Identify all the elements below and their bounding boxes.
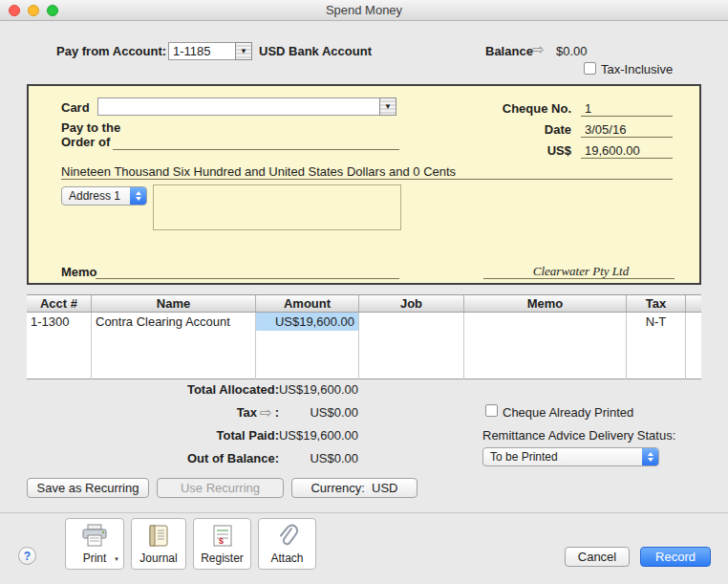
col-header-tax[interactable]: Tax — [627, 295, 686, 312]
zoom-button[interactable] — [47, 5, 58, 16]
table-header-row: Acct # Name Amount Job Memo Tax — [27, 295, 701, 313]
cell-job[interactable] — [359, 313, 464, 331]
account-name-label: USD Bank Account — [259, 44, 372, 58]
print-label: Print — [83, 552, 107, 565]
memo-label: Memo — [61, 265, 97, 279]
cheque-no-underline — [581, 116, 673, 117]
journal-label: Journal — [139, 552, 177, 565]
address-select[interactable]: Address 1 — [61, 186, 147, 205]
col-header-spacer — [686, 295, 701, 312]
out-of-balance-value: US$0.00 — [233, 451, 358, 465]
pay-from-account-input[interactable]: 1-1185 — [168, 42, 236, 60]
signature-underline — [483, 278, 674, 279]
pay-to-label: Pay to the Order of — [61, 120, 122, 149]
popup-stepper-icon — [642, 448, 658, 465]
balance-label: Balance — [485, 44, 533, 58]
col-header-amount[interactable]: Amount — [256, 295, 359, 312]
date-label: Date — [476, 122, 571, 137]
dropdown-arrow-icon: ▼ — [240, 47, 247, 55]
total-allocated-value: US$19,600.00 — [233, 382, 358, 397]
cell-name[interactable]: Contra Clearing Account — [92, 313, 256, 331]
pay-from-account-label: Pay from Account: — [56, 44, 166, 58]
total-paid-value: US$19,600.00 — [233, 428, 358, 443]
amount-in-words: Nineteen Thousand Six Hundred and United… — [61, 164, 456, 179]
help-icon: ? — [24, 550, 31, 563]
cheque-already-printed-label: Cheque Already Printed — [503, 405, 633, 420]
popup-stepper-icon — [130, 187, 146, 205]
register-button[interactable]: $ Register — [193, 518, 251, 570]
window-title: Spend Money — [0, 0, 728, 21]
journal-icon — [146, 524, 171, 552]
col-header-memo[interactable]: Memo — [464, 295, 627, 312]
remittance-status-value: To be Printed — [483, 448, 642, 465]
currency-button[interactable]: Currency: USD — [291, 478, 418, 498]
register-label: Register — [201, 552, 244, 565]
minimize-button[interactable] — [28, 5, 39, 16]
attach-label: Attach — [270, 552, 303, 565]
remittance-status-select[interactable]: To be Printed — [482, 447, 659, 466]
table-row[interactable]: 1-1300 Contra Clearing Account US$19,600… — [27, 313, 701, 331]
record-button[interactable]: Record — [640, 547, 711, 567]
address-textarea[interactable] — [153, 184, 401, 230]
use-recurring-button[interactable]: Use Recurring — [157, 478, 284, 498]
printer-icon — [80, 524, 109, 552]
register-icon: $ — [210, 524, 235, 552]
remittance-status-label: Remittance Advice Delivery Status: — [482, 428, 675, 443]
spend-money-window: Spend Money Pay from Account: 1-1185 ▼ U… — [0, 0, 728, 584]
address-select-value: Address 1 — [62, 187, 130, 205]
cell-tax[interactable]: N-T — [627, 313, 686, 331]
cheque-amount-value[interactable]: 19,600.00 — [585, 143, 640, 158]
paperclip-icon — [275, 524, 300, 552]
titlebar: Spend Money — [0, 0, 728, 21]
close-button[interactable] — [9, 5, 20, 16]
payee-signature: Clearwater Pty Ltd — [487, 264, 674, 279]
tax-total-value: US$0.00 — [233, 405, 358, 420]
payee-field[interactable] — [113, 149, 399, 150]
print-button[interactable]: Print ▼ — [65, 518, 124, 570]
currency-symbol-label: US$ — [476, 143, 571, 158]
save-as-recurring-button[interactable]: Save as Recurring — [27, 478, 149, 498]
cell-spacer — [686, 313, 701, 331]
account-dropdown-button[interactable]: ▼ — [235, 42, 252, 60]
attach-button[interactable]: Attach — [258, 518, 316, 570]
tax-inclusive-label: Tax-Inclusive — [601, 62, 673, 76]
card-dropdown-button[interactable]: ▼ — [379, 97, 396, 116]
cheque-no-label: Cheque No. — [476, 101, 571, 116]
cell-memo[interactable] — [464, 313, 627, 331]
print-menu-arrow-icon: ▼ — [114, 556, 119, 562]
balance-detail-arrow-icon[interactable]: ⇨ — [532, 42, 545, 56]
help-button[interactable]: ? — [18, 547, 36, 565]
footer-divider — [0, 512, 728, 513]
col-header-name[interactable]: Name — [92, 295, 256, 312]
cheque-no-value[interactable]: 1 — [585, 101, 591, 116]
allocation-table: Acct # Name Amount Job Memo Tax 1-1300 C… — [27, 294, 701, 379]
date-underline — [581, 137, 673, 138]
memo-field[interactable] — [96, 278, 399, 279]
date-value[interactable]: 3/05/16 — [585, 122, 626, 137]
cancel-button[interactable]: Cancel — [565, 547, 630, 567]
journal-button[interactable]: Journal — [131, 518, 186, 570]
cell-acct[interactable]: 1-1300 — [27, 313, 92, 331]
col-header-job[interactable]: Job — [359, 295, 464, 312]
amount-words-underline — [61, 179, 673, 180]
col-header-acct[interactable]: Acct # — [27, 295, 92, 312]
pay-from-account-value: 1-1185 — [173, 44, 211, 58]
amount-underline — [581, 158, 673, 159]
balance-value: $0.00 — [556, 44, 588, 58]
table-empty-area[interactable] — [27, 331, 701, 379]
cheque-already-printed-checkbox[interactable] — [485, 404, 498, 417]
cheque-panel: Card ▼ Cheque No. 1 Date 3/05/16 US$ 19,… — [27, 84, 701, 285]
card-input[interactable] — [97, 97, 380, 116]
svg-text:$: $ — [219, 536, 224, 546]
card-label: Card — [61, 100, 90, 115]
cell-amount-selected[interactable]: US$19,600.00 — [256, 313, 359, 331]
tax-inclusive-checkbox[interactable] — [584, 62, 596, 75]
dropdown-arrow-icon: ▼ — [384, 102, 392, 111]
